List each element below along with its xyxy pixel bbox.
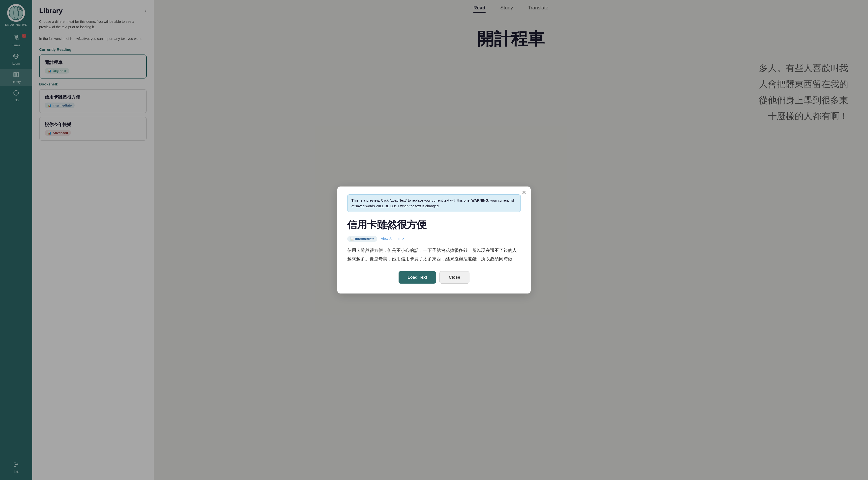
modal-level-label: Intermediate <box>355 237 374 241</box>
modal-preview-text: 信用卡雖然很方便，但是不小心的話，一下子就會花掉很多錢，所以現在還不了錢的人越來… <box>347 246 521 263</box>
preview-banner-bold-1: This is a preview. <box>351 198 380 202</box>
modal-overlay[interactable]: ✕ This is a preview. Click "Load Text" t… <box>0 0 868 480</box>
view-source-link[interactable]: View Source ↗ <box>381 237 404 241</box>
load-text-button[interactable]: Load Text <box>399 271 436 284</box>
preview-banner-warning: WARNING: <box>470 198 489 202</box>
modal-level-icon: 📊 <box>350 237 354 241</box>
modal-close-button[interactable]: ✕ <box>522 190 526 196</box>
preview-modal: ✕ This is a preview. Click "Load Text" t… <box>337 186 531 293</box>
close-modal-button[interactable]: Close <box>439 271 469 284</box>
modal-actions: Load Text Close <box>347 271 521 284</box>
modal-level-badge: 📊 Intermediate <box>347 236 377 242</box>
modal-book-title: 信用卡雖然很方便 <box>347 218 521 232</box>
preview-banner: This is a preview. Click "Load Text" to … <box>347 195 521 212</box>
preview-banner-middle: Click "Load Text" to replace your curren… <box>380 198 470 202</box>
modal-level-section: 📊 Intermediate View Source ↗ <box>347 236 521 242</box>
